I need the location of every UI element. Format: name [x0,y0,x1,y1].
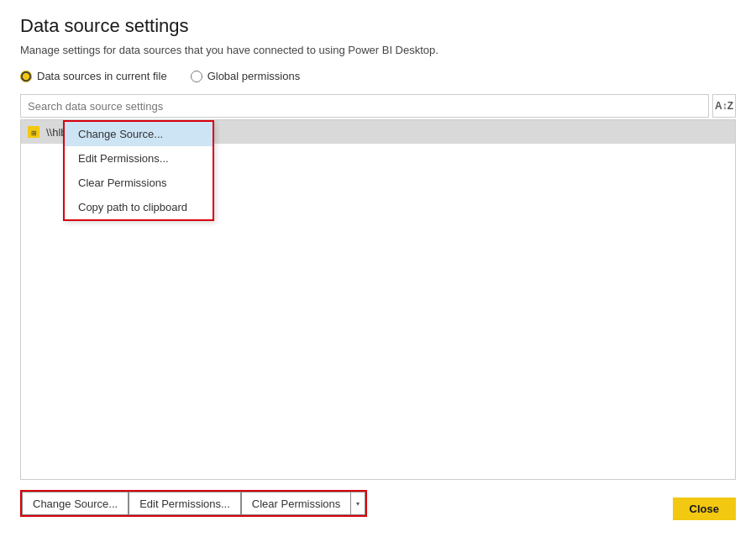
context-menu-clear-permissions[interactable]: Clear Permissions [65,171,213,195]
sort-icon: A↕Z [715,100,733,112]
search-input[interactable] [20,94,709,118]
context-menu-edit-permissions[interactable]: Edit Permissions... [65,146,213,171]
radio-global[interactable]: Global permissions [191,70,301,82]
context-menu-change-source[interactable]: Change Source... [65,122,213,146]
radio-group: Data sources in current file Global perm… [20,70,736,82]
page-title: Data source settings [20,15,736,37]
clear-permissions-button[interactable]: Clear Permissions [241,492,350,515]
clear-permissions-group: Clear Permissions ▾ [241,492,365,515]
context-menu: Change Source... Edit Permissions... Cle… [63,120,214,221]
radio-current-file[interactable]: Data sources in current file [20,70,167,82]
search-row: A↕Z [20,94,736,118]
action-buttons-group: Change Source... Edit Permissions... Cle… [20,490,367,517]
page-subtitle: Manage settings for data sources that yo… [20,44,736,56]
radio-current-file-label: Data sources in current file [37,70,167,82]
list-item[interactable]: ⊞ \\hlbft01\salesserver\Drive SG... Chan… [21,120,735,144]
change-source-button[interactable]: Change Source... [22,492,129,515]
radio-global-label: Global permissions [207,70,301,82]
clear-permissions-dropdown[interactable]: ▾ [350,492,365,515]
item-icon: ⊞ [28,126,39,138]
close-button[interactable]: Close [673,498,736,520]
dropdown-arrow-icon: ▾ [356,500,360,508]
edit-permissions-button[interactable]: Edit Permissions... [129,492,241,515]
svg-text:⊞: ⊞ [31,129,37,136]
data-list[interactable]: ⊞ \\hlbft01\salesserver\Drive SG... Chan… [20,119,736,480]
sort-button[interactable]: A↕Z [712,94,736,118]
context-menu-copy-path[interactable]: Copy path to clipboard [65,195,213,219]
